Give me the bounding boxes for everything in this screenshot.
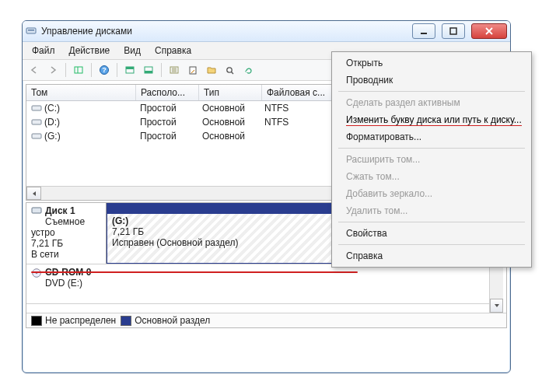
- cell: (D:): [44, 117, 60, 128]
- cell: Простой: [135, 130, 198, 142]
- show-hide-tree-button[interactable]: [70, 62, 87, 78]
- svg-rect-1: [28, 30, 34, 31]
- cdrom-icon: [31, 268, 42, 281]
- toolbar-sep: [117, 63, 117, 77]
- ctx-change-letter[interactable]: Изменить букву диска или путь к диску...: [334, 111, 530, 128]
- legend-bar: Не распределен Основной раздел: [26, 313, 506, 327]
- svg-rect-4: [75, 67, 82, 73]
- ctx-separator: [338, 222, 525, 222]
- ctx-change-letter-label: Изменить букву диска или путь к диску...: [346, 114, 522, 126]
- toolbar-sep: [161, 63, 162, 77]
- cell: Простой: [135, 102, 198, 114]
- ctx-shrink: Сжать том...: [334, 168, 530, 185]
- ctx-open[interactable]: Открыть: [334, 54, 530, 72]
- svg-rect-18: [32, 134, 41, 138]
- cell: NTFS: [260, 116, 335, 128]
- svg-line-15: [231, 72, 233, 74]
- col-layout[interactable]: Располо...: [136, 85, 199, 100]
- menu-action[interactable]: Действие: [63, 44, 117, 58]
- disk-info: Диск 1 Съемное устро 7,21 ГБ В сети: [26, 203, 107, 264]
- drive-icon: [31, 104, 42, 114]
- col-fs[interactable]: Файловая с...: [262, 85, 338, 100]
- view-top-button[interactable]: [121, 62, 138, 78]
- svg-rect-16: [32, 106, 41, 110]
- help-button[interactable]: ?: [96, 62, 113, 78]
- disk-info: CD-ROM 0 DVD (E:): [26, 264, 493, 303]
- ctx-separator: [338, 91, 525, 92]
- ctx-make-active: Сделать раздел активным: [334, 94, 530, 111]
- menu-view[interactable]: Вид: [117, 44, 147, 58]
- menu-file[interactable]: Файл: [26, 44, 61, 58]
- open-folder-button[interactable]: [203, 62, 220, 78]
- view-bottom-button[interactable]: [140, 62, 157, 78]
- disk-state: В сети: [31, 249, 101, 260]
- toolbar-sep: [65, 63, 66, 77]
- legend-swatch-primary: [121, 316, 131, 326]
- svg-rect-13: [190, 67, 196, 74]
- scroll-left-button[interactable]: [26, 187, 41, 200]
- legend-primary-label: Основной раздел: [135, 315, 210, 326]
- close-button[interactable]: [471, 23, 507, 39]
- ctx-explorer[interactable]: Проводник: [334, 72, 530, 89]
- cdrom-sub: DVD (E:): [31, 278, 488, 289]
- svg-rect-3: [450, 28, 456, 34]
- scroll-down-button[interactable]: [490, 299, 503, 313]
- svg-rect-19: [32, 208, 41, 213]
- col-volume[interactable]: Том: [26, 85, 136, 100]
- nav-forward-button[interactable]: [44, 62, 61, 78]
- highlight-line: [31, 271, 358, 273]
- ctx-separator: [338, 148, 525, 149]
- svg-text:?: ?: [102, 66, 107, 74]
- cell: (C:): [44, 103, 60, 114]
- cell: NTFS: [260, 102, 335, 114]
- ctx-properties[interactable]: Свойства: [334, 225, 530, 242]
- disk-kind: Съемное устро: [31, 216, 101, 238]
- svg-rect-2: [421, 33, 427, 34]
- titlebar[interactable]: Управление дисками: [23, 21, 510, 42]
- cell: Основной: [198, 130, 260, 142]
- svg-rect-11: [145, 71, 152, 73]
- app-icon: [26, 26, 37, 37]
- ctx-extend: Расширить том...: [334, 151, 530, 168]
- col-type[interactable]: Тип: [199, 85, 262, 100]
- cell: Основной: [198, 116, 260, 128]
- disk-size: 7,21 ГБ: [31, 238, 101, 249]
- properties-button[interactable]: [184, 62, 201, 78]
- ctx-separator: [338, 244, 525, 245]
- maximize-button[interactable]: [442, 23, 465, 39]
- drive-icon: [31, 132, 42, 142]
- legend-unalloc-label: Не распределен: [45, 315, 116, 326]
- context-menu: Открыть Проводник Сделать раздел активны…: [331, 51, 532, 268]
- cell: [260, 135, 335, 137]
- svg-rect-17: [32, 120, 41, 124]
- window-title: Управление дисками: [41, 26, 406, 37]
- cell: (G:): [44, 131, 61, 142]
- settings-button[interactable]: [166, 62, 183, 78]
- cell: Простой: [135, 116, 198, 128]
- refresh-button[interactable]: [240, 62, 257, 78]
- ctx-add-mirror: Добавить зеркало...: [334, 185, 530, 202]
- ctx-format[interactable]: Форматировать...: [334, 128, 530, 145]
- disk-icon: [31, 206, 42, 218]
- minimize-button[interactable]: [412, 23, 435, 39]
- toolbar-sep: [91, 63, 92, 77]
- svg-point-14: [227, 67, 232, 72]
- nav-back-button[interactable]: [26, 62, 43, 78]
- svg-rect-9: [126, 67, 134, 69]
- legend-swatch-unalloc: [31, 316, 42, 326]
- ctx-help[interactable]: Справка: [334, 247, 530, 264]
- find-button[interactable]: [222, 62, 239, 78]
- ctx-delete: Удалить том...: [334, 202, 530, 219]
- cell: Основной: [198, 102, 260, 114]
- menu-help[interactable]: Справка: [149, 44, 198, 58]
- disk-row[interactable]: CD-ROM 0 DVD (E:): [26, 264, 493, 304]
- drive-icon: [31, 118, 42, 128]
